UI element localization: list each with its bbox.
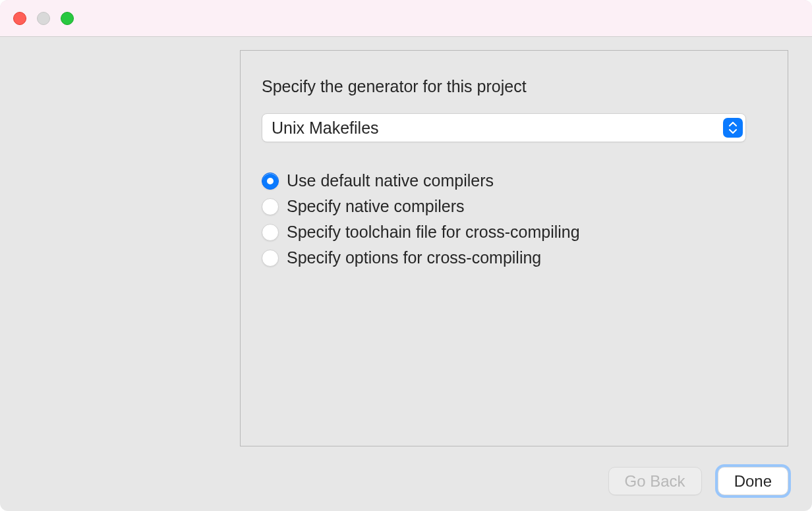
radio-label: Use default native compilers	[287, 171, 494, 190]
compiler-radio-group: Use default native compilers Specify nat…	[262, 171, 767, 267]
main-panel-wrapper: Specify the generator for this project U…	[24, 50, 788, 455]
titlebar	[0, 0, 812, 37]
radio-button-icon	[262, 198, 279, 215]
zoom-window-button[interactable]	[61, 12, 74, 25]
radio-specify-toolchain-file[interactable]: Specify toolchain file for cross-compili…	[262, 223, 767, 242]
go-back-button: Go Back	[608, 467, 702, 495]
radio-button-icon	[262, 224, 279, 241]
radio-default-native-compilers[interactable]: Use default native compilers	[262, 171, 767, 190]
content-area: Specify the generator for this project U…	[0, 37, 812, 511]
radio-label: Specify native compilers	[287, 197, 465, 216]
done-button[interactable]: Done	[718, 467, 788, 495]
radio-specify-cross-compiling-options[interactable]: Specify options for cross-compiling	[262, 248, 767, 267]
generator-dropdown[interactable]: Unix Makefiles	[262, 113, 746, 142]
radio-specify-native-compilers[interactable]: Specify native compilers	[262, 197, 767, 216]
chevron-updown-icon	[723, 118, 743, 138]
dropdown-selected-text: Unix Makefiles	[272, 119, 379, 138]
radio-label: Specify toolchain file for cross-compili…	[287, 223, 580, 242]
close-window-button[interactable]	[13, 12, 26, 25]
generator-panel: Specify the generator for this project U…	[240, 50, 788, 446]
minimize-window-button[interactable]	[37, 12, 50, 25]
traffic-lights	[13, 12, 74, 25]
radio-button-icon	[262, 250, 279, 267]
radio-button-icon	[262, 173, 279, 190]
dialog-window: Specify the generator for this project U…	[0, 0, 812, 511]
radio-label: Specify options for cross-compiling	[287, 248, 541, 267]
panel-title: Specify the generator for this project	[262, 77, 767, 96]
button-row: Go Back Done	[24, 467, 788, 495]
